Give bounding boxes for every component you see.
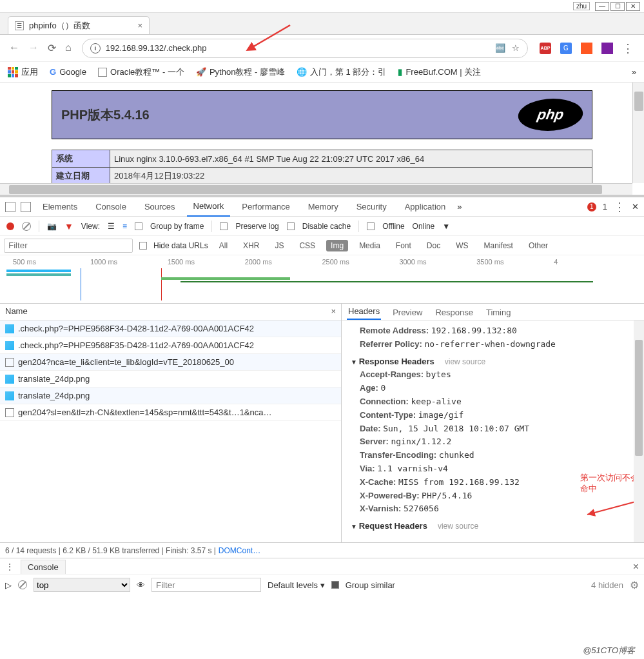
bookmarks-overflow-icon[interactable]: » [632,67,636,77]
back-button[interactable]: ← [9,42,19,54]
tab-sources[interactable]: Sources [138,197,182,217]
tab-network[interactable]: Network [187,197,231,217]
filter-font[interactable]: Font [391,240,416,251]
list-view-icon[interactable]: ☰ [108,222,115,231]
drawer-close-icon[interactable]: × [633,561,639,573]
address-bar[interactable]: i 192.168.99.132/.check.php 🔤 ☆ [82,39,528,58]
bookmark-star-icon[interactable]: ☆ [512,43,520,53]
tab-memory[interactable]: Memory [302,197,345,217]
view-label: View: [81,222,100,231]
detail-tab-response[interactable]: Response [434,305,474,320]
favicon-icon: ☰ [15,21,24,30]
checkbox[interactable] [331,581,339,589]
browser-toolbar: ← → ⟳ ⌂ i 192.168.99.132/.check.php 🔤 ☆ … [0,35,644,62]
tab-elements[interactable]: Elements [36,197,84,217]
devtools-close-icon[interactable]: ✕ [632,202,639,211]
window-titlebar: zhu — ☐ ✕ [0,0,644,13]
network-timeline[interactable]: 500 ms 1000 ms 1500 ms 2000 ms 2500 ms 3… [0,255,644,304]
request-row[interactable]: gen204?sl=en&tl=zh-CN&textlen=145&sp=nmt… [0,404,341,421]
filter-xhr[interactable]: XHR [239,240,264,251]
bookmark-python[interactable]: 🚀 Python教程 - 廖雪峰 [196,66,285,78]
image-icon [5,391,14,400]
minimize-button[interactable]: — [595,2,609,11]
maximize-button[interactable]: ☐ [610,2,625,11]
tab-security[interactable]: Security [350,197,393,217]
v-scrollbar[interactable] [632,83,644,183]
request-row[interactable]: translate_24dp.png [0,388,341,404]
settings-icon[interactable]: ⚙ [630,579,639,591]
throttle-dropdown-icon[interactable]: ▼ [442,222,450,231]
detail-tab-timing[interactable]: Timing [485,305,512,320]
browser-tab[interactable]: ☰ phpinfo（）函数 × [8,16,150,34]
request-row[interactable]: translate_24dp.png [0,371,341,388]
filter-manifest[interactable]: Manifest [480,240,518,251]
request-row[interactable]: gen204?nca=te_li&client=te_lib&logId=vTE… [0,354,341,371]
bookmark-oracle[interactable]: Oracle教程™ - 一个 [98,66,184,78]
eye-icon[interactable]: 👁 [137,580,145,590]
checkbox[interactable] [367,222,375,230]
devtools-menu-icon[interactable]: ⋮ [614,200,625,214]
name-column-header[interactable]: Name [5,306,28,317]
reload-button[interactable]: ⟳ [48,42,56,54]
checkbox[interactable] [135,222,142,230]
filter-all[interactable]: All [215,240,232,251]
filter-icon[interactable]: ▼ [64,221,73,231]
tab-close-icon[interactable]: × [137,21,142,30]
request-row[interactable]: .check.php?=PHPE9568F35-D428-11d2-A769-0… [0,337,341,354]
checkbox[interactable] [287,222,295,230]
inspect-icon[interactable] [5,202,15,212]
home-button[interactable]: ⌂ [65,42,72,54]
detail-scrollbar[interactable] [634,320,644,542]
clear-button[interactable] [22,222,31,231]
filter-css[interactable]: CSS [295,240,320,251]
drawer-tab-console[interactable]: Console [21,560,66,574]
google-translate-ext-icon[interactable]: G [560,43,572,54]
bookmark-google[interactable]: G Google [50,67,86,77]
filter-js[interactable]: JS [270,240,288,251]
context-select[interactable]: top [34,578,130,592]
chrome-menu-icon[interactable]: ⋮ [622,41,634,55]
filter-other[interactable]: Other [524,240,552,251]
device-icon[interactable] [21,202,31,212]
translate-icon[interactable]: 🔤 [495,43,505,53]
tabs-overflow-icon[interactable]: » [457,202,462,211]
console-filter-input[interactable] [151,578,261,592]
filter-ws[interactable]: WS [451,240,473,251]
tab-performance[interactable]: Performance [235,197,296,217]
waterfall-view-icon[interactable]: ≡ [122,222,127,231]
phpinfo-header: PHP版本5.4.16 php [52,90,592,139]
filter-doc[interactable]: Doc [422,240,445,251]
hidden-count[interactable]: 4 hidden [591,580,623,590]
levels-dropdown[interactable]: Default levels ▾ [268,580,325,590]
devtools-tabbar: Elements Console Sources Network Perform… [0,197,644,217]
request-row[interactable]: .check.php?=PHPE9568F34-D428-11d2-A769-0… [0,320,341,337]
play-icon[interactable]: ▷ [5,580,12,590]
domcontent-link[interactable]: DOMCont… [219,546,260,555]
detail-tab-preview[interactable]: Preview [391,305,424,320]
checkbox[interactable] [139,242,147,250]
tab-console[interactable]: Console [89,197,133,217]
adblock-ext-icon[interactable]: ABP [540,43,551,54]
record-button[interactable] [6,222,14,230]
request-detail: Headers Preview Response Timing Remote A… [342,304,644,542]
clear-console-icon[interactable] [18,580,27,589]
drawer-menu-icon[interactable]: ⋮ [5,562,14,572]
ext-icon[interactable] [581,43,592,54]
h-scrollbar[interactable] [0,183,632,195]
bookmark-freebuf[interactable]: ▮ FreeBuf.COM | 关注 [398,66,481,78]
bookmark-apps[interactable]: 应用 [8,66,38,78]
close-button[interactable]: ✕ [626,2,640,11]
globe-icon: 🌐 [297,67,307,77]
error-badge[interactable]: 1 [587,202,596,211]
filter-img[interactable]: Img [326,240,348,251]
camera-icon[interactable]: 📷 [47,222,57,231]
onenote-ext-icon[interactable] [601,43,613,54]
checkbox[interactable] [220,222,228,230]
detail-tab-headers[interactable]: Headers [347,304,381,320]
filter-media[interactable]: Media [355,240,385,251]
info-icon[interactable]: i [90,43,101,54]
close-detail-icon[interactable]: × [331,306,336,317]
filter-input[interactable] [4,239,133,253]
bookmark-intro[interactable]: 🌐 入门，第 1 部分：引 [297,66,386,78]
tab-application[interactable]: Application [398,197,453,217]
